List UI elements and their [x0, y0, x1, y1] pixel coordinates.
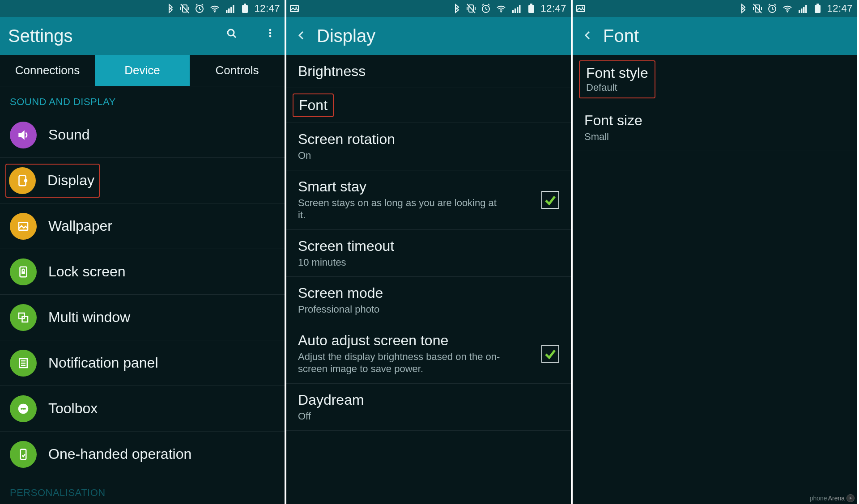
bluetooth-icon: [452, 3, 462, 14]
row-one-handed[interactable]: One-handed operation: [0, 432, 285, 477]
row-title: Font size: [584, 112, 846, 129]
screen-font: 12:47 Font Font style Default Font size …: [573, 0, 859, 504]
panel-icon: [10, 350, 37, 377]
wifi-icon: [496, 3, 506, 14]
row-subtitle: Default: [586, 82, 617, 93]
back-button[interactable]: [581, 28, 597, 44]
tab-connections[interactable]: Connections: [0, 55, 95, 86]
display-icon: [9, 167, 36, 194]
bluetooth-icon: [166, 3, 175, 14]
row-font-size[interactable]: Font size Small: [573, 104, 857, 152]
clock: 12:47: [827, 3, 853, 14]
row-font-style[interactable]: Font style Default: [573, 55, 857, 104]
status-bar: 12:47: [0, 0, 285, 17]
section-header-2: PERSONALISATION: [0, 477, 285, 503]
row-screen-timeout[interactable]: Screen timeout 10 minutes: [286, 230, 571, 277]
separator: [253, 25, 253, 47]
status-bar: 12:47: [573, 0, 857, 17]
svg-point-29: [21, 408, 22, 410]
screen-settings: 12:47 Settings Connections Device Contro…: [0, 0, 286, 504]
row-brightness[interactable]: Brightness: [286, 55, 571, 88]
svg-rect-19: [19, 222, 28, 230]
row-display[interactable]: Display: [0, 158, 285, 203]
bluetooth-icon: [738, 3, 748, 14]
svg-point-18: [24, 179, 28, 182]
wifi-icon: [209, 3, 220, 14]
battery-icon: [240, 3, 250, 14]
row-title: Screen mode: [298, 285, 559, 301]
watermark: phoneArena: [810, 494, 855, 502]
action-bar: Font: [573, 17, 857, 55]
svg-rect-21: [21, 271, 25, 274]
clock: 12:47: [540, 3, 566, 14]
row-lock-screen[interactable]: Lock screen: [0, 249, 285, 295]
watermark-icon: [846, 494, 855, 502]
multiwindow-icon: [10, 304, 37, 331]
row-notification-panel[interactable]: Notification panel: [0, 340, 285, 386]
row-title: Brightness: [298, 63, 559, 80]
row-label: Notification panel: [48, 355, 158, 371]
checkbox[interactable]: [541, 191, 559, 209]
overflow-menu-icon[interactable]: [265, 28, 276, 45]
page-title: Font: [603, 26, 849, 46]
status-bar: 12:47: [286, 0, 571, 17]
signal-icon: [797, 4, 808, 13]
row-toolbox[interactable]: Toolbox: [0, 386, 285, 432]
row-title: Font: [299, 97, 327, 113]
toolbox-icon: [10, 395, 37, 422]
back-button[interactable]: [294, 28, 310, 44]
row-label: Wallpaper: [48, 218, 112, 234]
row-label: Lock screen: [48, 263, 126, 280]
checkbox[interactable]: [541, 345, 559, 363]
signal-icon: [511, 4, 522, 13]
sound-icon: [10, 122, 37, 148]
row-subtitle: Off: [298, 410, 502, 423]
row-wallpaper[interactable]: Wallpaper: [0, 203, 285, 249]
alarm-icon: [481, 3, 491, 14]
row-title: Screen rotation: [298, 131, 559, 148]
row-label: Display: [47, 172, 94, 189]
row-subtitle: On: [298, 149, 502, 162]
row-smart-stay[interactable]: Smart stay Screen stays on as long as yo…: [286, 170, 571, 230]
settings-list[interactable]: SOUND AND DISPLAY Sound Display Wallpape…: [0, 86, 285, 504]
row-title: Daydream: [298, 392, 559, 408]
row-title: Smart stay: [298, 178, 559, 195]
battery-icon: [526, 3, 536, 14]
display-list[interactable]: Brightness Font Screen rotation On Smart…: [286, 55, 571, 504]
action-bar: Display: [286, 17, 571, 55]
screen-display: 12:47 Display Brightness Font Screen rot…: [286, 0, 573, 504]
row-sound[interactable]: Sound: [0, 112, 285, 158]
alarm-icon: [194, 3, 205, 14]
row-font[interactable]: Font: [286, 88, 571, 123]
row-daydream[interactable]: Daydream Off: [286, 384, 571, 431]
svg-rect-32: [21, 449, 26, 459]
wifi-icon: [782, 3, 793, 14]
row-auto-adjust-tone[interactable]: Auto adjust screen tone Adjust the displ…: [286, 324, 571, 384]
vibrate-icon: [180, 3, 190, 14]
row-label: Multi window: [48, 309, 130, 326]
clock: 12:47: [254, 3, 280, 14]
tab-device[interactable]: Device: [95, 55, 190, 86]
vibrate-icon: [466, 3, 476, 14]
row-subtitle: Small: [584, 131, 788, 143]
row-title: Screen timeout: [298, 238, 559, 254]
tab-controls[interactable]: Controls: [190, 55, 285, 86]
section-header: SOUND AND DISPLAY: [0, 86, 285, 112]
signal-icon: [225, 4, 235, 13]
page-title: Settings: [8, 26, 226, 46]
row-multi-window[interactable]: Multi window: [0, 295, 285, 340]
screenshot-icon: [575, 3, 586, 14]
search-icon[interactable]: [226, 28, 241, 45]
row-subtitle: Professional photo: [298, 303, 502, 316]
row-title: Font style: [586, 65, 648, 81]
row-screen-rotation[interactable]: Screen rotation On: [286, 123, 571, 170]
row-screen-mode[interactable]: Screen mode Professional photo: [286, 277, 571, 324]
action-bar: Settings: [0, 17, 285, 55]
row-title: Auto adjust screen tone: [298, 332, 559, 349]
row-label: Toolbox: [48, 400, 98, 417]
font-list[interactable]: Font style Default Font size Small: [573, 55, 857, 504]
battery-icon: [812, 3, 822, 14]
svg-point-31: [24, 408, 26, 410]
row-subtitle: Screen stays on as long as you are looki…: [298, 197, 502, 221]
lock-icon: [10, 258, 37, 285]
